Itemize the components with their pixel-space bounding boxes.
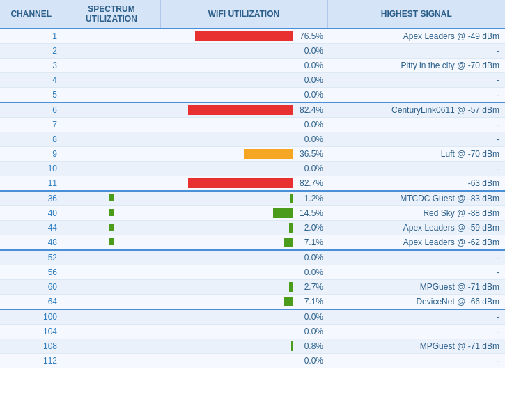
table-row: 442.0%Apex Leaders @ -59 dBm <box>0 221 505 235</box>
wifi-util-cell: 0.0% <box>160 325 327 339</box>
spectrum-cell <box>63 44 160 59</box>
wifi-pct-label: 0.0% <box>297 61 323 70</box>
wifi-util-cell: 1.2% <box>160 191 327 206</box>
spectrum-cell <box>63 132 160 147</box>
spectrum-cell <box>63 191 160 206</box>
wifi-pct-label: 0.0% <box>297 46 323 56</box>
wifi-pct-label: 2.7% <box>297 282 323 292</box>
table-row: 1000.0%- <box>0 309 505 325</box>
spectrum-cell <box>63 250 160 265</box>
highest-signal-cell: Apex Leaders @ -49 dBm <box>327 29 505 44</box>
wifi-util-cell: 76.5% <box>160 29 327 44</box>
table-row: 30.0%Pitty in the city @ -70 dBm <box>0 59 505 73</box>
table-row: 560.0%- <box>0 265 505 280</box>
wifi-pct-label: 0.0% <box>297 134 323 144</box>
wifi-util-cell: 0.0% <box>160 88 327 103</box>
wifi-pct-label: 7.1% <box>297 297 323 306</box>
highest-signal-cell: - <box>327 265 505 280</box>
channel-cell: 3 <box>0 59 63 73</box>
spectrum-cell <box>63 235 160 251</box>
channel-cell: 1 <box>0 29 63 44</box>
spectrum-cell <box>63 176 160 192</box>
wifi-pct-label: 1.2% <box>297 194 323 203</box>
highest-signal-cell: Apex Leaders @ -62 dBm <box>327 235 505 251</box>
table-header-row: CHANNEL SPECTRUM UTILIZATION WIFI UTILIZ… <box>0 0 505 29</box>
highest-signal-cell: MTCDC Guest @ -83 dBm <box>327 191 505 206</box>
table-row: 520.0%- <box>0 250 505 265</box>
channel-cell: 108 <box>0 339 63 354</box>
channel-cell: 8 <box>0 132 63 147</box>
table-row: 1040.0%- <box>0 325 505 339</box>
wifi-bar <box>244 149 293 159</box>
table-row: 1080.8%MPGuest @ -71 dBm <box>0 339 505 354</box>
wifi-util-cell: 2.0% <box>160 221 327 235</box>
spectrum-cell <box>63 339 160 354</box>
spectrum-cell <box>63 325 160 339</box>
wifi-util-cell: 0.0% <box>160 250 327 265</box>
table-row: 647.1%DeviceNet @ -66 dBm <box>0 295 505 310</box>
table-row: 487.1%Apex Leaders @ -62 dBm <box>0 235 505 251</box>
table-row: 4014.5%Red Sky @ -88 dBm <box>0 206 505 221</box>
highest-signal-cell: -63 dBm <box>327 176 505 192</box>
table-row: 70.0%- <box>0 118 505 132</box>
wifi-util-cell: 0.0% <box>160 118 327 132</box>
wifi-pct-label: 14.5% <box>297 208 323 218</box>
highest-signal-cell: - <box>327 44 505 59</box>
wifi-util-cell: 82.7% <box>160 176 327 192</box>
header-wifi-util: WIFI UTILIZATION <box>160 0 327 29</box>
wifi-pct-label: 82.7% <box>297 178 323 188</box>
highest-signal-cell: - <box>327 132 505 147</box>
table-row: 80.0%- <box>0 132 505 147</box>
table-row: 1120.0%- <box>0 354 505 368</box>
wifi-bar <box>195 31 293 41</box>
wifi-util-cell: 0.0% <box>160 132 327 147</box>
channel-cell: 5 <box>0 88 63 103</box>
highest-signal-cell: - <box>327 162 505 176</box>
highest-signal-cell: - <box>327 73 505 88</box>
wifi-bar <box>289 282 293 292</box>
wifi-pct-label: 0.0% <box>297 267 323 277</box>
wifi-util-cell: 14.5% <box>160 206 327 221</box>
highest-signal-cell: Luft @ -70 dBm <box>327 147 505 162</box>
channel-cell: 56 <box>0 265 63 280</box>
spectrum-cell <box>63 265 160 280</box>
channel-cell: 10 <box>0 162 63 176</box>
wifi-bar <box>291 341 293 351</box>
channel-cell: 100 <box>0 309 63 325</box>
wifi-pct-label: 82.4% <box>297 105 323 115</box>
wifi-channel-table: CHANNEL SPECTRUM UTILIZATION WIFI UTILIZ… <box>0 0 505 368</box>
table-row: 40.0%- <box>0 73 505 88</box>
channel-cell: 112 <box>0 354 63 368</box>
highest-signal-cell: CenturyLink0611 @ -57 dBm <box>327 102 505 118</box>
table-row: 176.5%Apex Leaders @ -49 dBm <box>0 29 505 44</box>
channel-cell: 48 <box>0 235 63 251</box>
spectrum-cell <box>63 147 160 162</box>
wifi-bar <box>273 208 293 218</box>
table-row: 50.0%- <box>0 88 505 103</box>
channel-cell: 11 <box>0 176 63 192</box>
table-row: 936.5%Luft @ -70 dBm <box>0 147 505 162</box>
wifi-pct-label: 0.0% <box>297 164 323 173</box>
wifi-bar <box>290 194 293 203</box>
channel-cell: 7 <box>0 118 63 132</box>
wifi-bar <box>284 297 293 306</box>
wifi-bar <box>188 178 293 188</box>
spectrum-cell <box>63 309 160 325</box>
wifi-bar <box>284 238 293 247</box>
spectrum-cell <box>63 29 160 44</box>
spectrum-cell <box>63 59 160 73</box>
highest-signal-cell: DeviceNet @ -66 dBm <box>327 295 505 310</box>
highest-signal-cell: MPGuest @ -71 dBm <box>327 280 505 295</box>
table-row: 602.7%MPGuest @ -71 dBm <box>0 280 505 295</box>
wifi-pct-label: 36.5% <box>297 149 323 159</box>
wifi-util-cell: 0.0% <box>160 162 327 176</box>
wifi-bar <box>188 105 293 115</box>
channel-cell: 4 <box>0 73 63 88</box>
wifi-util-cell: 2.7% <box>160 280 327 295</box>
wifi-util-cell: 0.0% <box>160 265 327 280</box>
channel-cell: 9 <box>0 147 63 162</box>
channel-cell: 6 <box>0 102 63 118</box>
wifi-util-cell: 7.1% <box>160 235 327 251</box>
wifi-pct-label: 0.8% <box>297 341 323 351</box>
spectrum-cell <box>63 206 160 221</box>
